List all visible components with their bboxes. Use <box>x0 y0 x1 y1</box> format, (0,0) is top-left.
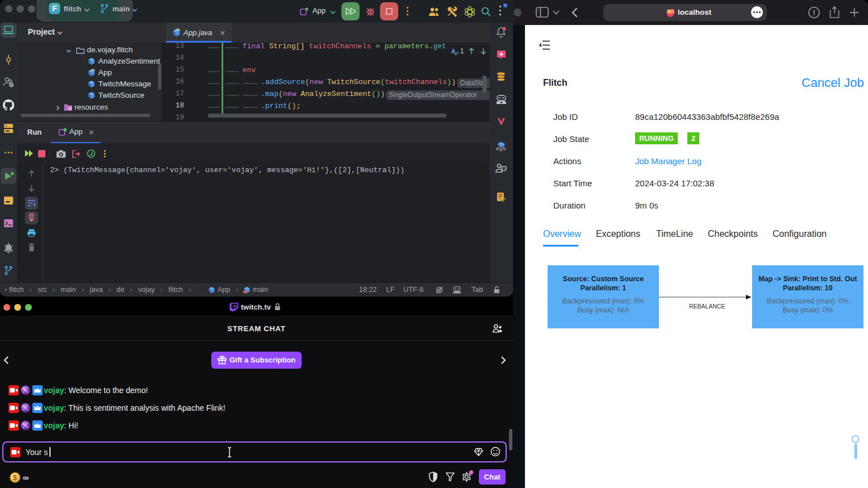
svg-text:?: ? <box>10 83 12 87</box>
